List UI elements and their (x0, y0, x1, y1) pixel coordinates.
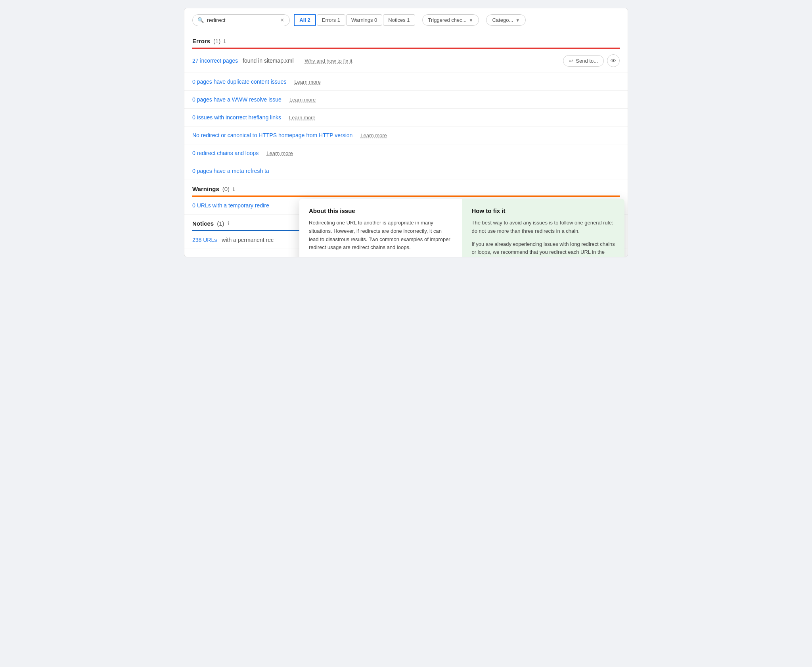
www-resolve-row: 0 pages have a WWW resolve issue Learn m… (184, 91, 628, 109)
redirect-chains-learn-more[interactable]: Learn more (266, 150, 293, 156)
search-box: 🔍 × (192, 14, 290, 26)
notices-info-icon[interactable]: ℹ (228, 220, 230, 226)
main-error-actions: ↩ Send to... 👁 (563, 54, 620, 67)
tooltip-para1: Redirecting one URL to another is approp… (309, 219, 452, 252)
category-dropdown[interactable]: Catego... ▼ (486, 14, 526, 26)
duplicate-content-learn-more[interactable]: Learn more (294, 79, 320, 85)
send-label: Send to... (576, 58, 598, 64)
main-error-row: 27 incorrect pages found in sitemap.xml … (184, 49, 628, 73)
www-resolve-link[interactable]: 0 pages have a WWW resolve issue (192, 96, 282, 103)
errors-section-header: Errors (1) ℹ (184, 32, 628, 48)
warnings-info-icon[interactable]: ℹ (233, 186, 235, 192)
redirect-chains-link[interactable]: 0 redirect chains and loops (192, 150, 259, 156)
tooltip-left-panel: About this issue Redirecting one URL to … (299, 199, 462, 257)
meta-refresh-link[interactable]: 0 pages have a meta refresh ta (192, 168, 269, 174)
send-to-button[interactable]: ↩ Send to... (563, 55, 604, 67)
triggered-checks-dropdown[interactable]: Triggered chec... ▼ (422, 14, 479, 26)
search-icon: 🔍 (197, 17, 204, 23)
tooltip-right-para1: The best way to avoid any issues is to f… (472, 219, 615, 236)
duplicate-content-link[interactable]: 0 pages have duplicate content issues (192, 79, 286, 85)
tooltip-right-para2: If you are already experiencing issues w… (472, 240, 615, 257)
notices-title: Notices (192, 220, 214, 227)
www-resolve-learn-more[interactable]: Learn more (289, 97, 316, 103)
why-fix-link[interactable]: Why and how to fix it (305, 58, 352, 64)
errors-title: Errors (192, 38, 210, 44)
permanent-redirect-rest: with a permanent rec (222, 237, 274, 243)
dropdown2-arrow-icon: ▼ (515, 18, 520, 23)
warnings-title: Warnings (192, 186, 219, 192)
dropdown1-arrow-icon: ▼ (469, 18, 473, 23)
tab-warnings[interactable]: Warnings 0 (346, 14, 382, 26)
tooltip-popup: About this issue Redirecting one URL to … (299, 199, 624, 257)
send-icon: ↩ (569, 58, 573, 64)
tab-errors[interactable]: Errors 1 (317, 14, 345, 26)
warnings-count: (0) (222, 186, 230, 192)
duplicate-content-row: 0 pages have duplicate content issues Le… (184, 73, 628, 91)
tooltip-about-title: About this issue (309, 207, 452, 214)
triggered-checks-label: Triggered chec... (428, 17, 467, 23)
permanent-redirect-link[interactable]: 238 URLs (192, 237, 217, 243)
meta-refresh-row: 0 pages have a meta refresh ta (184, 162, 628, 180)
hreflang-row: 0 issues with incorrect hreflang links L… (184, 109, 628, 126)
top-bar: 🔍 × All 2 Errors 1 Warnings 0 Notices 1 … (184, 8, 628, 32)
tab-notices[interactable]: Notices 1 (383, 14, 415, 26)
https-redirect-link[interactable]: No redirect or canonical to HTTPS homepa… (192, 132, 352, 138)
category-label: Catego... (492, 17, 513, 23)
clear-search-button[interactable]: × (280, 17, 285, 23)
errors-info-icon[interactable]: ℹ (224, 38, 226, 44)
filter-tabs: All 2 Errors 1 Warnings 0 Notices 1 (294, 14, 415, 26)
incorrect-pages-link[interactable]: 27 incorrect pages (192, 58, 238, 64)
notices-count: (1) (217, 220, 224, 227)
hreflang-link[interactable]: 0 issues with incorrect hreflang links (192, 114, 281, 121)
warnings-section-header: Warnings (0) ℹ (184, 180, 628, 196)
https-redirect-learn-more[interactable]: Learn more (360, 132, 387, 138)
https-redirect-row: No redirect or canonical to HTTPS homepa… (184, 126, 628, 144)
temp-redirect-link[interactable]: 0 URLs with a temporary redire (192, 202, 269, 209)
hreflang-learn-more[interactable]: Learn more (289, 115, 315, 121)
tooltip-para2: Long redirect chains and infinite loops … (309, 257, 452, 257)
preview-button[interactable]: 👁 (607, 54, 620, 67)
redirect-chains-row: 0 redirect chains and loops Learn more (184, 144, 628, 162)
eye-icon: 👁 (611, 58, 616, 64)
main-container: 🔍 × All 2 Errors 1 Warnings 0 Notices 1 … (184, 8, 628, 257)
errors-count: (1) (213, 38, 220, 44)
tab-all[interactable]: All 2 (294, 14, 316, 26)
incorrect-pages-text: found in sitemap.xml (243, 58, 293, 64)
tooltip-fix-title: How to fix it (472, 207, 615, 214)
search-input[interactable] (207, 17, 276, 23)
tooltip-right-panel: How to fix it The best way to avoid any … (462, 199, 625, 257)
